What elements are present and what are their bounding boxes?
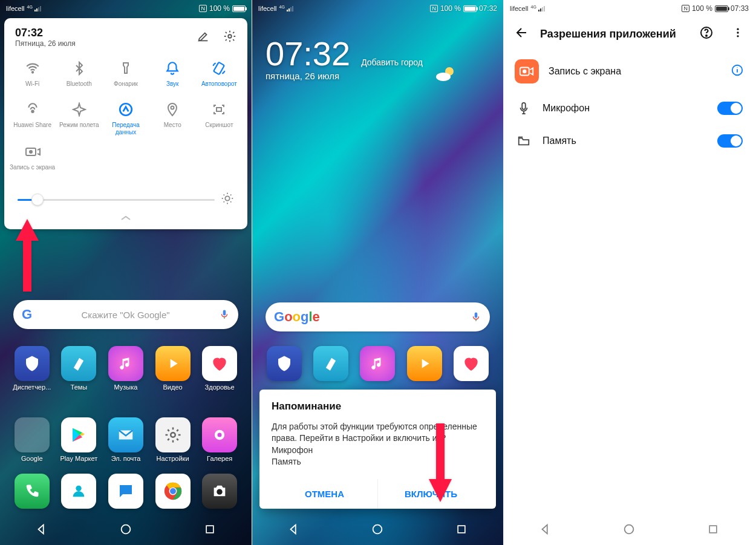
app-dispatcher[interactable]: Диспетчер... — [11, 346, 53, 391]
battery-icon — [463, 5, 477, 12]
svg-rect-6 — [217, 108, 221, 111]
search-hint: Скажите "Ok Google" — [32, 310, 219, 320]
app-email[interactable]: Эл. почта — [105, 417, 147, 462]
app-health[interactable]: Здоровье — [198, 346, 241, 391]
svg-rect-23 — [458, 526, 465, 533]
app-music[interactable]: Музыка — [105, 346, 147, 391]
add-city-label[interactable]: Добавить город — [361, 57, 423, 67]
brightness-icon[interactable] — [221, 192, 234, 207]
dock-contacts[interactable] — [57, 474, 100, 509]
toggle-switch[interactable] — [717, 134, 743, 148]
home-apps-row-1 — [252, 346, 503, 381]
qs-tile-bluetooth[interactable]: Bluetooth — [56, 57, 102, 96]
phone-1: lifecell 4G N 100 % 07:32 Пятница, 26 ию… — [0, 0, 252, 545]
svg-point-12 — [218, 433, 222, 437]
svg-point-17 — [217, 489, 223, 495]
svg-point-16 — [170, 488, 176, 494]
battery-pct: 100 % — [209, 4, 230, 13]
nfc-icon: N — [430, 5, 438, 12]
svg-point-10 — [171, 432, 175, 437]
info-icon[interactable] — [731, 64, 744, 79]
nfc-icon: N — [682, 5, 689, 12]
nav-home-icon[interactable] — [117, 520, 135, 538]
expand-chevron-icon[interactable] — [8, 211, 244, 224]
qs-tile-sound[interactable]: Звук — [149, 57, 196, 96]
app-gallery[interactable]: Галерея — [198, 417, 241, 462]
settings-gear-icon[interactable] — [223, 30, 236, 45]
clock-time: 07:32 — [266, 34, 350, 73]
svg-point-28 — [737, 35, 738, 37]
back-arrow-icon[interactable] — [515, 25, 529, 42]
svg-point-8 — [30, 151, 32, 153]
nav-recent-icon[interactable] — [452, 520, 471, 538]
app-themes[interactable]: Темы — [57, 346, 100, 391]
dock-phone[interactable] — [11, 474, 53, 509]
edit-icon[interactable] — [197, 30, 210, 45]
signal-icon — [287, 5, 295, 11]
more-menu-icon[interactable] — [732, 27, 744, 41]
google-logo-icon: Google — [274, 309, 320, 325]
svg-point-13 — [76, 486, 82, 491]
qs-tiles: Wi-Fi Bluetooth Фонарик Звук Автоповорот… — [8, 50, 244, 180]
qs-tile-rotate[interactable]: Автоповорот — [196, 57, 243, 96]
svg-point-1 — [32, 71, 33, 73]
app-row: Запись с экрана — [504, 51, 755, 92]
svg-point-3 — [31, 111, 33, 113]
qs-tile-torch[interactable]: Фонарик — [102, 57, 149, 96]
google-logo-icon: G — [22, 307, 32, 322]
svg-point-18 — [122, 525, 131, 534]
nav-back-icon[interactable] — [285, 520, 303, 538]
phone-2: lifecell 4G N 100 % 07:32 07:32 Добавить… — [252, 0, 503, 545]
qs-tile-screen-record[interactable]: Запись с экрана — [9, 141, 56, 180]
svg-point-26 — [737, 28, 738, 30]
qs-tile-screenshot[interactable]: Скриншот — [196, 99, 243, 139]
dialog-title: Напоминание — [272, 400, 484, 413]
weather-icon[interactable] — [434, 51, 458, 70]
svg-rect-19 — [206, 526, 213, 533]
qs-tile-location[interactable]: Место — [149, 99, 196, 139]
navigation-bar — [252, 514, 503, 545]
dock-camera[interactable] — [198, 474, 241, 509]
nav-back-icon[interactable] — [33, 520, 51, 538]
microphone-icon — [516, 100, 532, 116]
home-clock-widget[interactable]: 07:32 Добавить город пятница, 26 июля — [266, 34, 490, 81]
svg-point-5 — [171, 106, 174, 109]
signal-icon — [538, 5, 547, 11]
qs-tile-airplane[interactable]: Режим полета — [56, 99, 102, 139]
help-icon[interactable] — [699, 25, 714, 42]
mic-icon[interactable] — [471, 310, 481, 324]
status-bar: lifecell 4G N 100 % 07:32 — [252, 0, 503, 17]
app-google-folder[interactable]: Google — [11, 417, 53, 462]
carrier-label: lifecell — [6, 5, 25, 12]
svg-point-22 — [373, 525, 382, 534]
app-settings[interactable]: Настройки — [152, 417, 194, 462]
navigation-bar — [504, 514, 755, 545]
qs-date: Пятница, 26 июля — [15, 39, 76, 48]
dock-chrome[interactable] — [152, 474, 194, 509]
qs-tile-huawei-share[interactable]: Huawei Share — [9, 99, 56, 139]
status-bar: lifecell 4G N 100 % 07:33 — [504, 0, 755, 17]
page-title: Разрешения приложений — [540, 28, 688, 41]
nav-back-icon[interactable] — [536, 520, 555, 538]
nav-home-icon[interactable] — [368, 520, 386, 538]
app-play-store[interactable]: Play Маркет — [57, 417, 100, 462]
nav-recent-icon[interactable] — [704, 520, 722, 538]
toggle-switch[interactable] — [717, 102, 743, 115]
google-search-bar[interactable]: Google — [266, 302, 490, 331]
nav-recent-icon[interactable] — [201, 520, 219, 538]
qs-tile-mobile-data[interactable]: Передача данных — [102, 99, 149, 139]
brightness-slider[interactable] — [18, 199, 215, 201]
app-permissions-screen: Разрешения приложений Запись с экрана Ми… — [504, 17, 755, 514]
signal-icon — [34, 5, 43, 11]
quick-settings-panel: 07:32 Пятница, 26 июля Wi-Fi Bluetooth Ф… — [4, 18, 247, 229]
dock-messages[interactable] — [105, 474, 147, 509]
nav-home-icon[interactable] — [620, 520, 638, 538]
svg-point-21 — [436, 73, 451, 81]
screen-record-app-icon — [515, 59, 539, 83]
annotation-arrow — [426, 423, 454, 504]
cancel-button[interactable]: ОТМЕНА — [272, 479, 377, 509]
app-video[interactable]: Видео — [152, 346, 194, 391]
google-search-bar[interactable]: G Скажите "Ok Google" — [13, 300, 238, 329]
qs-tile-wifi[interactable]: Wi-Fi — [9, 57, 56, 96]
mic-icon[interactable] — [219, 307, 230, 322]
